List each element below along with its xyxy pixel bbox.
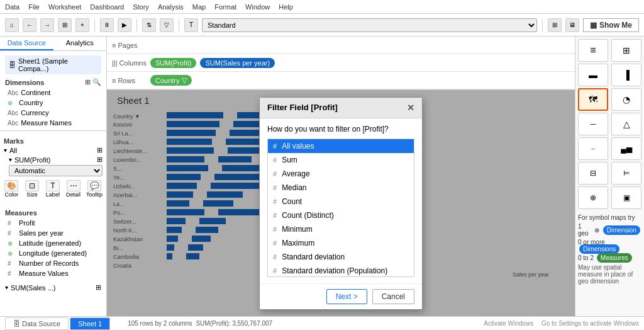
sum-profit-pill[interactable]: SUM(Profit)	[150, 58, 196, 68]
toolbar-filter-icon[interactable]: ▽	[160, 18, 174, 32]
menu-help[interactable]: Help	[279, 3, 293, 11]
standard-select[interactable]: Standard	[202, 18, 537, 32]
toolbar-datasource-icon[interactable]: ⊞	[58, 18, 72, 32]
toolbar-home-icon[interactable]: ⌂	[5, 18, 19, 32]
datasource-tab[interactable]: 🗄 Data Source	[5, 317, 69, 330]
measure-num-records[interactable]: # Number of Records	[5, 258, 101, 268]
marks-sum-profit[interactable]: SUM(Profit)	[14, 156, 50, 164]
measure-longitude[interactable]: ⊕ Longitude (generated)	[5, 248, 101, 258]
chart-lines[interactable]: ─	[578, 113, 608, 135]
toolbar-text-icon[interactable]: T	[184, 18, 198, 32]
filter-option-label: Median	[282, 183, 306, 192]
chart-symbol[interactable]: ⊕	[578, 186, 608, 209]
filter-option-7[interactable]: # Maximum	[268, 236, 414, 250]
dim-country[interactable]: ⊕ Country	[5, 98, 101, 108]
toolbar-run-icon[interactable]: ▶	[118, 18, 131, 32]
chart-hist[interactable]: ▄▅	[611, 137, 641, 160]
marks-all-label[interactable]: All	[9, 147, 17, 154]
show-me-button[interactable]: ▦ Show Me	[583, 18, 639, 32]
menu-story[interactable]: Story	[133, 3, 149, 11]
toolbar-back-icon[interactable]: ←	[23, 18, 36, 32]
toolbar-forward-icon[interactable]: →	[40, 18, 54, 32]
spatial-note: May use spatial measure in place of geo …	[578, 264, 641, 285]
dim-continent[interactable]: Abc Continent	[5, 88, 101, 98]
filter-option-3[interactable]: # Median	[268, 181, 414, 195]
next-button[interactable]: Next >	[326, 289, 367, 304]
columns-label: ||| Columns	[112, 59, 147, 67]
cancel-button[interactable]: Cancel	[372, 289, 414, 304]
menu-analysis[interactable]: Analysis	[158, 3, 184, 11]
menu-map[interactable]: Map	[192, 3, 206, 11]
measures-btn[interactable]: Measures	[597, 253, 632, 263]
menu-worksheet[interactable]: Worksheet	[48, 3, 81, 11]
measure-values[interactable]: # Measure Values	[5, 268, 101, 278]
sheet-db-icon: 🗄	[9, 61, 16, 69]
toolbar-grid-icon[interactable]: ⊞	[548, 18, 562, 32]
menu-data[interactable]: Data	[5, 3, 19, 11]
dimension-btn[interactable]: Dimension	[603, 225, 640, 235]
chart-pie[interactable]: ◔	[611, 88, 641, 111]
toolbar-separator-1	[94, 19, 95, 31]
sheet-name: Sheet1 (Sample Compa...)	[18, 57, 97, 72]
modal-overlay: Filter Field [Profit] ✕ How do you want …	[107, 90, 575, 316]
menu-format[interactable]: Format	[214, 3, 236, 11]
hash-icon-opt: #	[273, 239, 277, 247]
chart-scatter[interactable]: ··	[578, 137, 608, 160]
filter-option-9[interactable]: # Standard deviation (Population)	[268, 264, 414, 277]
marks-type-select[interactable]: Automatic	[9, 165, 103, 176]
filter-option-0[interactable]: # All values	[268, 139, 414, 153]
mark-color-btn[interactable]: 🎨 Color	[4, 180, 19, 198]
chart-bar-h[interactable]: ▬	[578, 64, 608, 86]
modal-header: Filter Field [Profit] ✕	[260, 98, 422, 118]
chart-heat[interactable]: ⊞	[611, 39, 641, 62]
measure-sales[interactable]: # Sales per year	[5, 228, 101, 238]
sheet-item[interactable]: 🗄 Sheet1 (Sample Compa...)	[5, 55, 101, 74]
menu-window[interactable]: Window	[245, 3, 270, 11]
columns-row: ||| Columns SUM(Profit) SUM(Sales per ye…	[107, 54, 575, 72]
chart-bar-v[interactable]: ▐	[611, 64, 641, 86]
toolbar-pause-icon[interactable]: ⏸	[100, 18, 114, 32]
dim-currency[interactable]: Abc Currency	[5, 108, 101, 118]
modal-close-btn[interactable]: ✕	[407, 103, 414, 113]
filter-option-label: Count	[282, 197, 302, 206]
filter-option-1[interactable]: # Sum	[268, 153, 414, 167]
chart-map[interactable]: 🗺	[578, 88, 608, 111]
label-label: Label	[46, 191, 60, 198]
mark-label-btn[interactable]: T Label	[45, 180, 61, 198]
toolbar-sort-icon[interactable]: ⇅	[142, 18, 156, 32]
toolbar-monitor-icon[interactable]: 🖥	[565, 18, 579, 32]
tab-analytics[interactable]: Analytics	[53, 37, 107, 50]
measure-profit[interactable]: # Profit	[5, 218, 101, 228]
measure-latitude[interactable]: ⊕ Latitude (generated)	[5, 238, 101, 248]
mark-detail-btn[interactable]: ⋯ Detail	[65, 180, 81, 198]
modal-body: How do you want to filter on [Profit]? #…	[260, 118, 422, 283]
dimensions-btn[interactable]: Dimensions	[579, 244, 619, 254]
filter-option-label: Standard deviation	[282, 253, 345, 261]
menu-dashboard[interactable]: Dashboard	[90, 3, 124, 11]
sheet-tab[interactable]: Sheet 1	[70, 317, 110, 330]
zero-to-2-row: 0 to 2 Measures	[578, 254, 641, 261]
chart-box[interactable]: ⊟	[578, 162, 608, 185]
sum-sales-label[interactable]: SUM(Sales ...)	[11, 284, 56, 292]
filter-option-4[interactable]: # Count	[268, 195, 414, 208]
country-pill[interactable]: Country ▽	[150, 75, 192, 86]
mark-tooltip-btn[interactable]: 💬 Tooltip	[86, 180, 103, 198]
menu-file[interactable]: File	[28, 3, 40, 11]
filter-option-label: Maximum	[282, 239, 314, 248]
symbol-hint-text: For symbol maps try	[578, 214, 641, 221]
toolbar-newsheet-icon[interactable]: +	[75, 18, 89, 32]
mark-size-btn[interactable]: ⊡ Size	[25, 180, 40, 198]
tab-data[interactable]: Data Source	[0, 37, 53, 50]
chart-filled[interactable]: ▣	[611, 186, 641, 209]
filter-option-5[interactable]: # Count (Distinct)	[268, 208, 414, 222]
chart-text[interactable]: ≡	[578, 39, 608, 62]
dim-measure-names[interactable]: Abc Measure Names	[5, 118, 101, 128]
abc-icon-3: Abc	[8, 120, 18, 127]
filter-option-8[interactable]: # Standard deviation	[268, 250, 414, 264]
filter-option-2[interactable]: # Average	[268, 167, 414, 181]
chart-area[interactable]: △	[611, 113, 641, 135]
chart-bullet[interactable]: ⊨	[611, 162, 641, 185]
filter-option-6[interactable]: # Minimum	[268, 222, 414, 236]
sum-sales-pill[interactable]: SUM(Sales per year)	[200, 58, 275, 68]
pages-label: ≡ Pages	[112, 42, 147, 49]
